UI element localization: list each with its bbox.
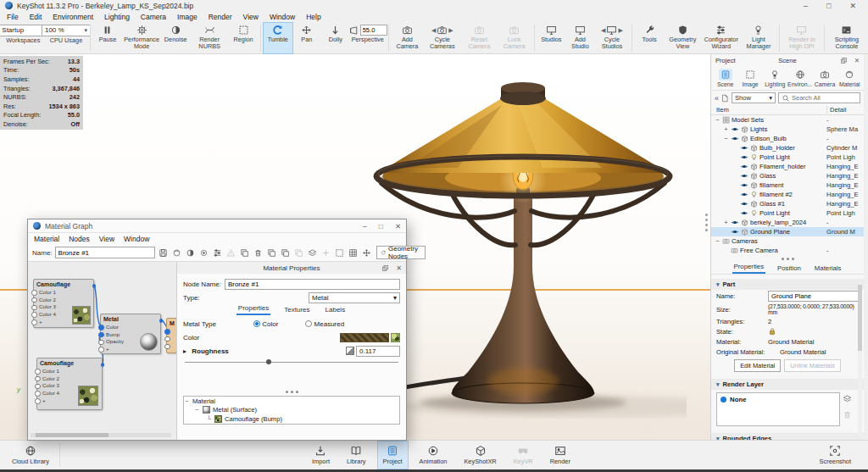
roughness-expander[interactable]: ▸ [183,347,188,355]
cycle-studios-button[interactable]: ◀▶ Cycle Studios [595,23,630,53]
align-nodes-icon[interactable] [212,247,223,258]
tree-row-free-camera[interactable]: Free Camera- [711,246,864,255]
tree-row-metal[interactable]: −Metal (Surface) [184,406,399,415]
menu-file[interactable]: File [7,13,19,21]
tree-row-ground-plane[interactable]: Ground PlaneGround M [711,227,864,236]
column-detail[interactable]: Detail [826,106,864,114]
panel-drag-handle[interactable] [183,391,400,393]
graph-horizontal-scrollbar[interactable] [31,433,171,437]
lock-icon[interactable] [768,327,776,336]
menu-environment[interactable]: Environment [53,13,93,21]
render-preview-icon[interactable] [185,247,196,258]
popout-icon[interactable] [840,57,848,64]
material-graph-titlebar[interactable]: Material Graph – □ ✕ [28,219,406,233]
add-node-icon[interactable] [320,247,331,258]
add-render-layer-icon[interactable] [843,394,852,403]
visibility-eye-icon[interactable] [740,173,748,179]
workspaces-dropdown[interactable]: Startup▾ [0,25,47,36]
denoise-button[interactable]: Denoise [161,23,190,53]
visibility-eye-icon[interactable] [740,145,748,151]
tree-row-point-light-2[interactable]: Point LightPoint Ligh [711,208,864,218]
geometry-nodes-button[interactable]: Geometry Nodes [376,246,426,259]
filter-list-icon[interactable] [721,94,729,103]
pan-graph-icon[interactable] [361,247,372,258]
tree-row-glass-1[interactable]: Glass #1Hanging_E [711,199,864,208]
geometry-view-button[interactable]: Geometry View [664,23,702,53]
tree-row-filament-holder[interactable]: Filament_holderHanging_E [711,162,864,171]
dolly-button[interactable]: Dolly [321,23,350,53]
mg-menu-nodes[interactable]: Nodes [69,235,90,243]
tree-row-lights[interactable]: +LightsSphere Ma [711,125,864,134]
close-icon[interactable]: ✕ [854,57,860,64]
minimize-icon[interactable]: – [804,2,808,10]
scripting-console-button[interactable]: Scripting Console [827,23,866,53]
tree-row-berkely-lamp[interactable]: +berkely_lamp_2024- [711,218,864,227]
mg-menu-view[interactable]: View [99,235,114,243]
animation-button[interactable]: Animation [415,441,453,469]
menu-image[interactable]: Image [177,13,198,21]
menu-camera[interactable]: Camera [141,13,166,21]
delete-node-icon[interactable] [253,247,264,258]
copy-node-icon[interactable] [266,247,277,258]
mg-menu-window[interactable]: Window [124,235,149,243]
delete-render-layer-icon[interactable] [843,410,852,419]
grid-snap-icon[interactable] [348,247,359,258]
focus-node-icon[interactable] [198,247,209,258]
render-nurbs-button[interactable]: Render NURBS [190,23,229,53]
visibility-eye-icon[interactable] [740,192,748,197]
tab-properties[interactable]: Properties [236,304,270,315]
output-port[interactable] [101,363,105,367]
library-button[interactable]: Library [342,441,371,469]
close-icon[interactable]: ✕ [395,222,401,230]
menu-help[interactable]: Help [306,13,320,21]
render-layer-list[interactable]: None [716,392,840,426]
material-name-input[interactable] [55,247,155,258]
visibility-eye-icon[interactable] [740,154,748,160]
import-button[interactable]: Import [307,441,335,469]
panel-drag-handle[interactable] [711,255,864,263]
maximize-icon[interactable]: □ [826,2,831,10]
render-button[interactable]: Render [545,441,576,469]
visibility-eye-icon[interactable] [740,201,748,207]
part-section-header[interactable]: ▾Part [711,279,864,290]
menu-view[interactable]: View [243,13,259,21]
visibility-eye-icon[interactable] [740,210,748,216]
output-port[interactable] [92,284,97,288]
collapse-all-icon[interactable]: « [715,94,718,103]
tree-row-fillament-2[interactable]: fillament #2Hanging_E [711,190,864,199]
close-icon[interactable]: ✕ [849,2,856,10]
tree-row-fillament[interactable]: fillamentHanging_E [711,180,864,190]
search-box[interactable] [778,92,860,103]
tree-row-material[interactable]: −Material [184,397,399,406]
show-dropdown[interactable]: Show▾ [732,92,776,103]
tree-row-glass[interactable]: GlassHanging_E [711,171,864,180]
tree-row-point-light[interactable]: Point LightPoint Ligh [711,153,864,162]
tab-material[interactable]: Material [837,66,862,90]
tab-image[interactable]: Image [737,66,762,90]
screenshot-button[interactable]: Screenshot [815,441,856,469]
cycle-cameras-button[interactable]: ◀▶ Cycle Cameras [423,23,461,53]
show-warnings-icon[interactable] [225,247,236,258]
paste-node-icon[interactable] [280,247,291,258]
close-icon[interactable]: ✕ [396,264,402,272]
tree-row-bulb-holder[interactable]: Bulb_HolderCylinder M [711,143,864,153]
tree-row-camouflage[interactable]: └Camouflage (Bump) [184,414,399,424]
visibility-eye-icon[interactable] [731,219,739,225]
tab-textures[interactable]: Textures [282,306,311,315]
color-texture-icon[interactable] [391,333,400,342]
tree-row-edison-bulb[interactable]: −Edison_Bulb- [711,134,864,143]
menu-lighting[interactable]: Lighting [104,13,130,21]
pan-button[interactable]: Pan [292,23,321,53]
tree-row-model-sets[interactable]: −Model Sets- [711,115,864,125]
prev-studio-icon[interactable]: ◀ [600,27,606,33]
camouflage-node-bottom[interactable]: Camouflage Color 1 Color 2 Color 3 Color… [36,358,103,410]
visibility-eye-icon[interactable] [740,182,748,188]
configurator-wizard-button[interactable]: Configurator Wizard [702,23,741,53]
tab-scene[interactable]: Scene [713,66,737,90]
render-layer-section-header[interactable]: ▾Render Layer [711,379,864,390]
light-manager-button[interactable]: Light Manager [741,23,776,53]
panel-scrollbar[interactable] [858,281,862,436]
add-camera-button[interactable]: Add Camera [391,23,423,53]
region-button[interactable]: Region [229,23,258,53]
next-studio-icon[interactable]: ▶ [617,27,623,33]
